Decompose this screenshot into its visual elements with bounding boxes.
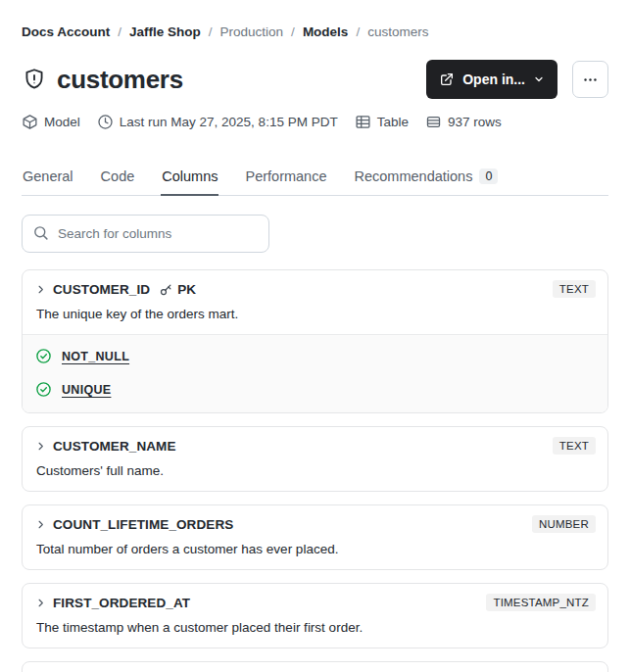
column-description: The timestamp when a customer placed the… <box>35 620 596 635</box>
column-card-main: COUNT_LIFETIME_ORDERS NUMBER Total numbe… <box>23 505 607 569</box>
column-card-main: FIRST_ORDERED_AT TIMESTAMP_NTZ The times… <box>23 584 607 648</box>
column-header-row: CUSTOMER_ID PK TEXT <box>35 280 596 298</box>
breadcrumb-separator: / <box>356 24 360 39</box>
tab-label: Columns <box>162 168 218 184</box>
tab-performance[interactable]: Performance <box>244 165 327 196</box>
chevron-right-icon[interactable] <box>35 598 46 608</box>
column-description: Total number of orders a customer has ev… <box>35 542 596 556</box>
column-type-badge: NUMBER <box>532 515 596 533</box>
column-name[interactable]: CUSTOMER_NAME <box>53 439 176 454</box>
tab-recommendations[interactable]: Recommendations0 <box>354 165 500 196</box>
tab-count-badge: 0 <box>479 168 498 184</box>
model-detail-page: Docs Account/Jaffle Shop/Production/Mode… <box>0 24 630 672</box>
column-card: CUSTOMER_NAME TEXT Customers' full name. <box>22 426 608 492</box>
pk-label: PK <box>177 282 196 297</box>
chevron-right-icon[interactable] <box>35 441 46 452</box>
tab-label: Performance <box>245 168 326 184</box>
cube-icon <box>22 114 38 130</box>
open-in-button[interactable]: Open in... <box>426 60 557 99</box>
key-icon <box>159 282 173 297</box>
column-type-badge: TEXT <box>553 437 596 455</box>
column-name[interactable]: CUSTOMER_ID <box>53 282 150 297</box>
tab-general[interactable]: General <box>22 165 74 196</box>
breadcrumb-item[interactable]: Production <box>220 24 284 39</box>
meta-item: Model <box>22 114 80 130</box>
breadcrumb-separator: / <box>209 24 213 39</box>
table-icon <box>355 114 371 130</box>
search-box <box>22 215 269 253</box>
chevron-down-icon <box>533 73 545 85</box>
meta-label: Last run May 27, 2025, 8:15 PM PDT <box>120 115 338 129</box>
column-header-row: CUSTOMER_NAME TEXT <box>35 437 596 455</box>
column-description: The unique key of the orders mart. <box>35 307 596 321</box>
tab-label: Recommendations <box>355 168 473 184</box>
test-link[interactable]: NOT_NULL <box>62 350 129 363</box>
breadcrumb-item[interactable]: Models <box>303 24 349 39</box>
column-tests: NOT_NULL UNIQUE <box>23 334 607 412</box>
breadcrumb-separator: / <box>291 24 295 39</box>
ellipsis-icon <box>582 72 599 88</box>
column-card-main: LAST_ORDERED_AT TIMESTAMP_NTZ The timest… <box>23 662 607 672</box>
breadcrumb: Docs Account/Jaffle Shop/Production/Mode… <box>22 24 608 39</box>
tab-columns[interactable]: Columns <box>161 165 218 196</box>
column-type-badge: TIMESTAMP_NTZ <box>486 594 596 611</box>
test-row: NOT_NULL <box>35 348 595 364</box>
breadcrumb-item[interactable]: customers <box>367 24 428 39</box>
page-title: customers <box>57 65 183 95</box>
chevron-right-icon[interactable] <box>35 284 46 295</box>
meta-item: Table <box>355 114 409 130</box>
column-header-row: COUNT_LIFETIME_ORDERS NUMBER <box>35 515 596 533</box>
tab-label: General <box>23 168 73 184</box>
column-name[interactable]: COUNT_LIFETIME_ORDERS <box>53 517 233 532</box>
meta-label: Model <box>44 115 80 129</box>
column-card-main: CUSTOMER_NAME TEXT Customers' full name. <box>23 427 607 491</box>
breadcrumb-separator: / <box>118 24 121 39</box>
column-list: CUSTOMER_ID PK TEXT The unique key of th… <box>22 269 608 672</box>
meta-item: Last run May 27, 2025, 8:15 PM PDT <box>97 114 338 130</box>
column-description: Customers' full name. <box>35 463 596 478</box>
column-card: FIRST_ORDERED_AT TIMESTAMP_NTZ The times… <box>22 583 608 648</box>
chevron-right-icon[interactable] <box>35 519 46 530</box>
tab-bar: GeneralCodeColumnsPerformanceRecommendat… <box>22 165 608 196</box>
column-card-main: CUSTOMER_ID PK TEXT The unique key of th… <box>23 270 607 334</box>
rows-icon <box>425 114 442 130</box>
shield-exclamation-icon <box>22 67 47 92</box>
header-actions: Open in... <box>426 60 608 99</box>
tab-label: Code <box>101 168 135 184</box>
test-link[interactable]: UNIQUE <box>62 383 111 397</box>
search-icon <box>32 224 49 245</box>
test-row: UNIQUE <box>35 381 595 398</box>
column-card: LAST_ORDERED_AT TIMESTAMP_NTZ The timest… <box>22 661 608 672</box>
page-header: customers Open in... <box>22 60 608 99</box>
external-link-icon <box>439 72 455 87</box>
check-circle-icon <box>35 381 52 398</box>
primary-key-indicator: PK <box>159 282 196 297</box>
tab-code[interactable]: Code <box>100 165 136 196</box>
check-circle-icon <box>35 348 52 364</box>
clock-icon <box>97 114 114 130</box>
column-card: CUSTOMER_ID PK TEXT The unique key of th… <box>22 269 608 413</box>
metadata-row: ModelLast run May 27, 2025, 8:15 PM PDTT… <box>22 114 608 130</box>
column-name[interactable]: FIRST_ORDERED_AT <box>53 596 190 610</box>
column-header-row: FIRST_ORDERED_AT TIMESTAMP_NTZ <box>35 594 596 611</box>
more-actions-button[interactable] <box>572 61 608 98</box>
meta-item: 937 rows <box>425 114 502 130</box>
meta-label: Table <box>377 115 409 129</box>
search-input[interactable] <box>22 215 269 253</box>
breadcrumb-item[interactable]: Jaffle Shop <box>129 24 201 39</box>
open-in-button-label: Open in... <box>462 72 525 87</box>
breadcrumb-item[interactable]: Docs Account <box>22 24 110 39</box>
meta-label: 937 rows <box>448 115 502 129</box>
column-card: COUNT_LIFETIME_ORDERS NUMBER Total numbe… <box>22 504 608 570</box>
column-type-badge: TEXT <box>553 280 596 298</box>
